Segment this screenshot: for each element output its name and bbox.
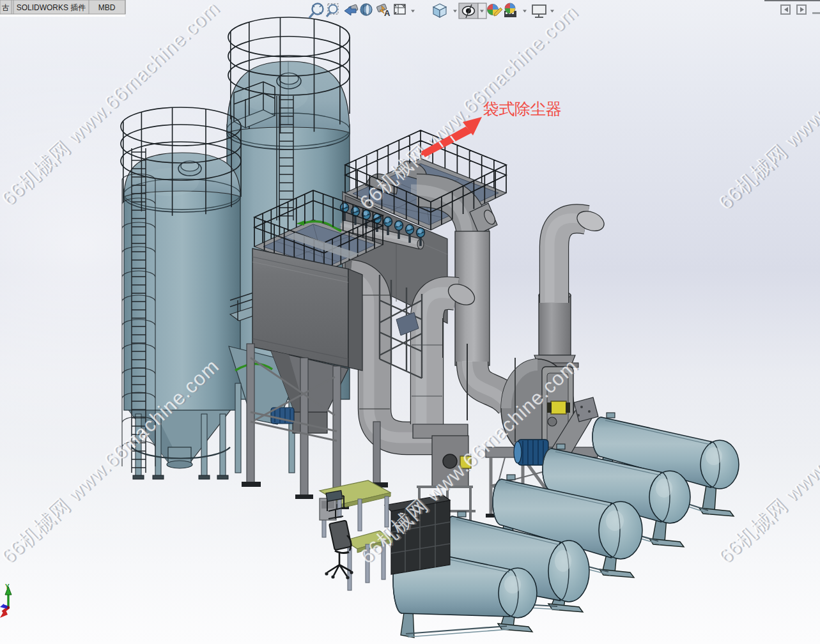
svg-text:古: 古 xyxy=(2,3,10,12)
svg-text:袋式除尘器: 袋式除尘器 xyxy=(483,100,562,118)
svg-text:Y: Y xyxy=(5,583,10,590)
svg-text:A: A xyxy=(384,8,391,18)
svg-text:SOLIDWORKS 插件: SOLIDWORKS 插件 xyxy=(17,3,86,12)
svg-text:MBD: MBD xyxy=(98,3,116,12)
